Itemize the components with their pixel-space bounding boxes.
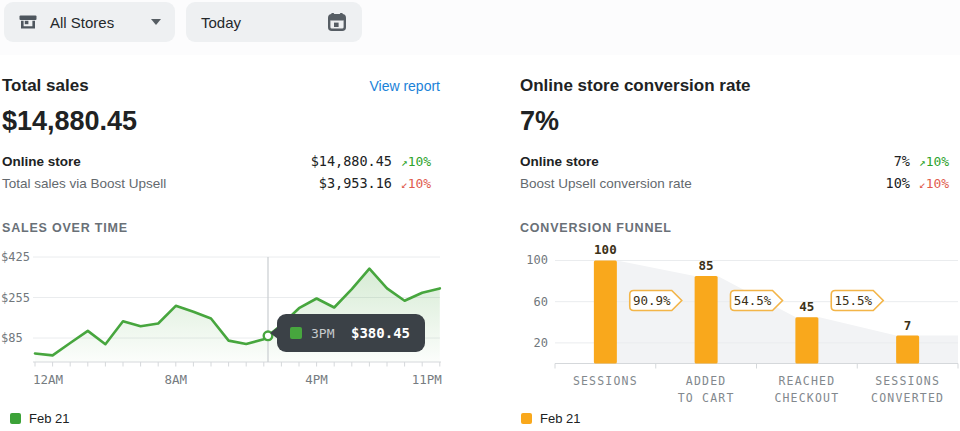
y-axis-label: $425: [1, 250, 30, 264]
category-label: ADDED: [686, 374, 727, 388]
chart-tooltip: 3PM $380.45: [277, 314, 425, 352]
legend-label: Feb 21: [540, 411, 580, 426]
row-label: Online store: [2, 154, 296, 169]
conversion-funnel-chart[interactable]: 20601001008545790.9%54.5%15.5%SESSIONSAD…: [470, 245, 960, 413]
sales-row-online-store: Online store $14,880.45 ↗10%: [2, 153, 440, 175]
delta-badge: ↙10%: [910, 176, 958, 191]
total-sales-value: $14,880.45: [2, 106, 440, 137]
funnel-bar[interactable]: [594, 260, 617, 363]
conversion-row-boost-upsell: Boost Upsell conversion rate 10% ↙10%: [520, 175, 958, 197]
y-axis-label: 60: [534, 295, 548, 309]
arrow-down-icon: ↙: [401, 178, 408, 191]
delta-badge: ↗10%: [910, 154, 958, 169]
y-axis-label: $255: [1, 291, 30, 305]
store-selector-label: All Stores: [50, 14, 114, 31]
legend-label: Feb 21: [29, 411, 69, 426]
funnel-chart-legend: Feb 21: [521, 411, 580, 426]
conversion-rate-value: 7%: [520, 106, 958, 137]
category-label: SESSIONS: [573, 374, 638, 388]
x-axis-label: 12AM: [33, 372, 63, 387]
bar-value-label: 7: [904, 318, 912, 333]
y-axis-label: 100: [526, 253, 548, 267]
x-axis-label: 4PM: [305, 372, 328, 387]
delta-badge: ↗10%: [392, 154, 440, 169]
funnel-bar[interactable]: [695, 276, 718, 364]
total-sales-panel: Total sales View report $14,880.45 Onlin…: [2, 76, 440, 235]
bar-value-label: 85: [699, 258, 714, 273]
tooltip-time: 3PM: [311, 326, 334, 341]
sales-row-boost-upsell: Total sales via Boost Upsell $3,953.16 ↙…: [2, 175, 440, 197]
funnel-bar[interactable]: [896, 336, 919, 364]
store-selector-button[interactable]: All Stores: [4, 2, 175, 42]
conversion-row-online-store: Online store 7% ↗10%: [520, 153, 958, 175]
arrow-up-icon: ↗: [919, 156, 926, 169]
x-axis-label: 8AM: [165, 372, 188, 387]
row-value: 10%: [814, 175, 910, 191]
chevron-down-icon: [151, 19, 161, 25]
x-axis-label: 11PM: [412, 372, 442, 387]
funnel-bar[interactable]: [795, 317, 818, 363]
legend-swatch-orange: [521, 413, 532, 424]
arrow-down-icon: ↙: [919, 178, 926, 191]
tooltip-value: $380.45: [351, 325, 410, 341]
category-label: CHECKOUT: [774, 391, 839, 405]
row-value: $14,880.45: [296, 153, 392, 169]
bar-value-label: 45: [799, 299, 814, 314]
category-label: TO CART: [678, 391, 735, 405]
top-filter-bar: All Stores Today: [0, 0, 960, 55]
drop-rate-label: 15.5%: [834, 293, 872, 308]
storefront-icon: [18, 12, 38, 32]
row-value: $3,953.16: [296, 175, 392, 191]
conversion-rate-title: Online store conversion rate: [520, 76, 751, 96]
date-selector-button[interactable]: Today: [186, 2, 362, 42]
category-label: SESSIONS: [875, 374, 940, 388]
bar-value-label: 100: [594, 245, 617, 257]
tooltip-series-swatch: [290, 327, 302, 339]
sales-over-time-heading: SALES OVER TIME: [2, 221, 440, 235]
y-axis-label: 20: [534, 336, 548, 350]
drop-rate-label: 54.5%: [734, 293, 772, 308]
conversion-rate-panel: Online store conversion rate 7% Online s…: [520, 76, 958, 235]
y-axis-label: $85: [1, 331, 23, 345]
row-label: Total sales via Boost Upsell: [2, 176, 296, 191]
delta-badge: ↙10%: [392, 176, 440, 191]
x-axis-ticks: [35, 362, 440, 367]
total-sales-title: Total sales: [2, 76, 89, 96]
conversion-funnel-heading: CONVERSION FUNNEL: [520, 221, 958, 235]
sales-chart-legend: Feb 21: [10, 411, 69, 426]
view-report-link[interactable]: View report: [369, 78, 440, 94]
category-label: CONVERTED: [871, 391, 944, 405]
legend-swatch-green: [10, 413, 21, 424]
category-label: REACHED: [778, 374, 835, 388]
row-label: Boost Upsell conversion rate: [520, 176, 814, 191]
row-label: Online store: [520, 154, 814, 169]
row-value: 7%: [814, 153, 910, 169]
calendar-icon: [327, 12, 347, 32]
date-selector-label: Today: [201, 14, 241, 31]
arrow-up-icon: ↗: [401, 156, 408, 169]
drop-rate-label: 90.9%: [633, 293, 671, 308]
